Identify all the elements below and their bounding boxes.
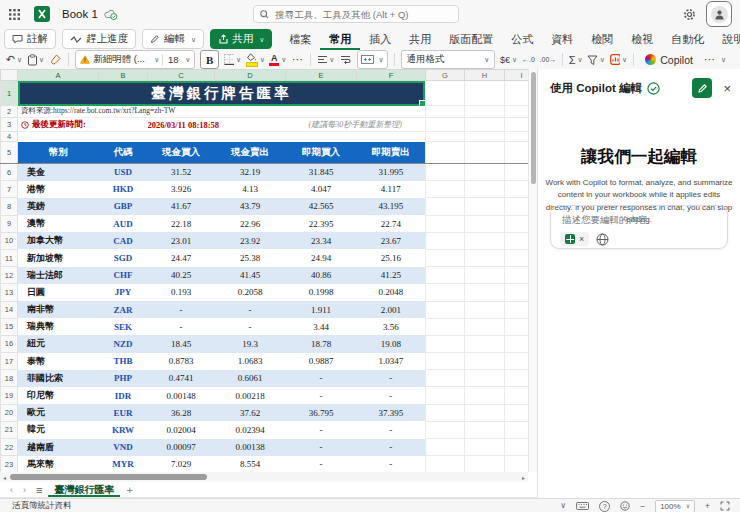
cash-buy-cell[interactable]: - (148, 318, 215, 335)
cash-sell-cell[interactable]: - (215, 301, 286, 318)
row-header[interactable]: 11 (1, 249, 18, 266)
row-header[interactable]: 7 (1, 181, 18, 198)
column-header[interactable]: C (148, 70, 215, 81)
table-row[interactable]: 8 英鎊 GBP 41.67 43.79 42.565 43.195 (1, 198, 529, 215)
select-all-corner[interactable] (1, 70, 18, 81)
table-header-cell[interactable]: 現金買入 (148, 142, 215, 164)
currency-code-cell[interactable]: VND (99, 439, 148, 456)
row-header[interactable]: 12 (1, 267, 18, 284)
all-sheets-menu-icon[interactable]: ≡ (32, 482, 46, 497)
currency-name-cell[interactable]: 韓元 (18, 421, 99, 438)
table-header-cell[interactable]: 即期賣出 (357, 142, 426, 164)
account-avatar[interactable] (706, 1, 732, 27)
ribbon-tab[interactable]: 自動化 (662, 28, 713, 50)
copilot-button[interactable]: Copilot (640, 51, 698, 68)
spot-sell-cell[interactable]: 41.25 (357, 267, 426, 284)
excel-app-icon[interactable] (34, 6, 50, 22)
font-color-button[interactable]: A ∨ (270, 52, 286, 68)
spot-buy-cell[interactable]: 1.911 (286, 301, 357, 318)
decrease-decimal-button[interactable]: ←.0 (522, 52, 535, 68)
active-sheet-tab[interactable]: 臺灣銀行匯率 (48, 482, 120, 497)
currency-code-cell[interactable]: AUD (99, 215, 148, 232)
spot-sell-cell[interactable]: - (357, 421, 426, 438)
row-header[interactable]: 10 (1, 232, 18, 249)
currency-name-cell[interactable]: 日圓 (18, 284, 99, 301)
table-row[interactable]: 11 新加坡幣 SGD 24.47 25.38 24.94 25.16 (1, 249, 529, 266)
cash-sell-cell[interactable]: 0.2058 (215, 284, 286, 301)
cash-buy-cell[interactable]: 40.25 (148, 267, 215, 284)
spot-sell-cell[interactable]: 23.67 (357, 232, 426, 249)
table-header-cell[interactable]: 幣別 (18, 142, 99, 164)
currency-name-cell[interactable]: 瑞士法郎 (18, 267, 99, 284)
currency-name-cell[interactable]: 瑞典幣 (18, 318, 99, 335)
more-font-options-button[interactable]: ⋯ (291, 52, 304, 68)
column-header[interactable]: H (465, 70, 505, 81)
currency-code-cell[interactable]: THB (99, 353, 148, 370)
spot-sell-cell[interactable]: 22.74 (357, 215, 426, 232)
ribbon-tab[interactable]: 檢視 (622, 28, 662, 50)
cash-buy-cell[interactable]: 0.193 (148, 284, 215, 301)
sheet-title-cell[interactable]: 臺灣銀行牌告匯率 (18, 81, 426, 106)
currency-code-cell[interactable]: CHF (99, 267, 148, 284)
currency-code-cell[interactable]: USD (99, 164, 148, 181)
table-row[interactable]: 18 菲國比索 PHP 0.4741 0.6061 - - (1, 370, 529, 387)
cash-buy-cell[interactable]: - (148, 301, 215, 318)
ribbon-tab[interactable]: 檢閱 (582, 28, 622, 50)
zoom-out-button[interactable]: − (640, 501, 645, 511)
workbook-context-chip[interactable]: × (560, 232, 589, 246)
currency-code-cell[interactable]: MYR (99, 456, 148, 472)
currency-name-cell[interactable]: 泰幣 (18, 353, 99, 370)
currency-name-cell[interactable]: 馬來幣 (18, 456, 99, 472)
new-edit-session-button[interactable] (692, 78, 712, 98)
cash-sell-cell[interactable]: 32.19 (215, 164, 286, 181)
table-row[interactable]: 16 紐元 NZD 18.45 19.3 18.78 19.08 (1, 335, 529, 352)
cash-sell-cell[interactable]: 25.38 (215, 249, 286, 266)
settings-gear-icon[interactable] (683, 8, 696, 21)
spot-buy-cell[interactable]: 31.845 (286, 164, 357, 181)
row-header[interactable]: 5 (1, 142, 18, 164)
table-row[interactable]: 23 馬來幣 MYR 7.029 8.554 - - (1, 456, 529, 472)
spot-sell-cell[interactable]: - (357, 370, 426, 387)
table-row[interactable]: 14 南非幣 ZAR - - 1.911 2.001 (1, 301, 529, 318)
spot-buy-cell[interactable]: 0.1998 (286, 284, 357, 301)
table-row[interactable]: 12 瑞士法郎 CHF 40.25 41.45 40.86 41.25 (1, 267, 529, 284)
currency-code-cell[interactable]: CAD (99, 232, 148, 249)
spot-sell-cell[interactable]: 2.001 (357, 301, 426, 318)
currency-name-cell[interactable]: 澳幣 (18, 215, 99, 232)
spot-sell-cell[interactable]: 4.117 (357, 181, 426, 198)
cash-buy-cell[interactable]: 3.926 (148, 181, 215, 198)
table-row[interactable]: 15 瑞典幣 SEK - - 3.44 3.56 (1, 318, 529, 335)
web-search-globe-icon[interactable] (596, 233, 609, 246)
row-header[interactable]: 9 (1, 215, 18, 232)
row-header[interactable]: 15 (1, 318, 18, 335)
document-title[interactable]: Book 1 (62, 8, 98, 20)
cash-sell-cell[interactable]: 37.62 (215, 404, 286, 421)
spot-sell-cell[interactable]: - (357, 439, 426, 456)
autosum-button[interactable]: Σ∨ (569, 52, 582, 68)
row-header[interactable]: 16 (1, 335, 18, 352)
table-row[interactable]: 7 港幣 HKD 3.926 4.13 4.047 4.117 (1, 181, 529, 198)
row-header[interactable]: 21 (1, 421, 18, 438)
spot-buy-cell[interactable]: 24.94 (286, 249, 357, 266)
spot-buy-cell[interactable]: 40.86 (286, 267, 357, 284)
ribbon-tab[interactable]: 公式 (502, 28, 542, 50)
copilot-prompt-input[interactable] (560, 213, 722, 226)
remove-chip-icon[interactable]: × (579, 234, 584, 244)
currency-name-cell[interactable]: 越南盾 (18, 439, 99, 456)
ribbon-tab[interactable]: 檔案 (280, 28, 320, 50)
table-header-cell[interactable]: 代碼 (99, 142, 148, 164)
spot-buy-cell[interactable]: 3.44 (286, 318, 357, 335)
spot-sell-cell[interactable]: 43.195 (357, 198, 426, 215)
cash-buy-cell[interactable]: 0.4741 (148, 370, 215, 387)
row-header[interactable]: 6 (1, 164, 18, 181)
cash-buy-cell[interactable]: 0.02004 (148, 421, 215, 438)
currency-name-cell[interactable]: 美金 (18, 164, 99, 181)
cash-buy-cell[interactable]: 0.00148 (148, 387, 215, 404)
selection-handle[interactable] (419, 100, 426, 106)
currency-code-cell[interactable]: SEK (99, 318, 148, 335)
currency-code-cell[interactable]: PHP (99, 370, 148, 387)
editing-mode-button[interactable]: 編輯 ∨ (142, 29, 204, 49)
spot-sell-cell[interactable]: - (357, 456, 426, 472)
cash-buy-cell[interactable]: 0.8783 (148, 353, 215, 370)
cash-buy-cell[interactable]: 7.029 (148, 456, 215, 472)
